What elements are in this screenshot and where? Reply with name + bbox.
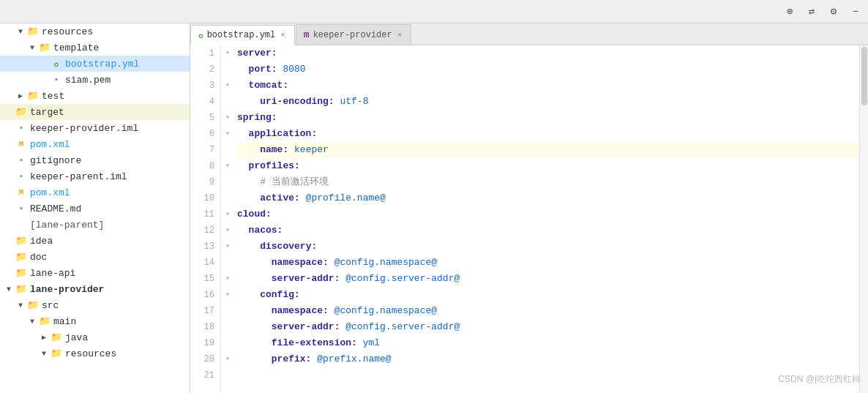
- folder-icon: 📁: [26, 90, 40, 102]
- folder-icon: 📁: [38, 315, 51, 327]
- fold-marker-3[interactable]: ▾: [221, 78, 234, 94]
- tree-label: java: [65, 332, 190, 343]
- tab-label-keeper: keeper-provider: [313, 30, 392, 40]
- folder-icon: 📁: [26, 26, 40, 37]
- main-layout: ▼ 📁 resources ▼ 📁 template ✿ bootstrap.y…: [0, 23, 868, 393]
- tree-item-java[interactable]: ▶ 📁 java: [0, 329, 190, 345]
- folder-icon: 📁: [38, 42, 51, 53]
- gutter-21: [221, 367, 234, 383]
- tree-item-resources-1[interactable]: ▼ 📁 resources: [0, 23, 190, 40]
- tree-item-lane-parent[interactable]: [lane-parent]: [0, 217, 190, 233]
- code-line-10: active: @profile.name@: [237, 190, 859, 206]
- code-line-17: namespace: @config.namespace@: [237, 303, 859, 319]
- bracket-icon: [15, 219, 28, 231]
- tree-item-main[interactable]: ▼ 📁 main: [0, 313, 190, 329]
- xml-icon: M: [15, 138, 28, 150]
- xml-icon: M: [15, 187, 28, 198]
- arrow-resources-1: ▼: [15, 28, 26, 36]
- settings-icon[interactable]: ⚙: [827, 5, 840, 18]
- tree-item-template[interactable]: ▼ 📁 template: [0, 40, 190, 56]
- tree-item-src[interactable]: ▼ 📁 src: [0, 297, 190, 313]
- tree-item-gitignore[interactable]: ▪ gitignore: [0, 152, 190, 168]
- tree-item-keeper-provider-iml[interactable]: ▪ keeper-provider.iml: [0, 120, 190, 136]
- code-line-4: uri-encoding: utf-8: [237, 94, 859, 110]
- tree-label: keeper-provider.iml: [30, 123, 190, 134]
- tree-label: [lane-parent]: [30, 220, 190, 231]
- tab-label-bootstrap: bootstrap.yml: [207, 30, 276, 40]
- tree-item-doc[interactable]: 📁 doc: [0, 249, 190, 265]
- tree-item-keeper-parent-iml[interactable]: ▪ keeper-parent.iml: [0, 168, 190, 184]
- m-tab-icon: m: [304, 29, 310, 40]
- tree-label: pom.xml: [30, 139, 190, 150]
- fold-marker-15[interactable]: ▾: [221, 271, 234, 287]
- arrow-template: ▼: [26, 44, 38, 52]
- code-line-9: # 当前激活环境: [237, 174, 859, 190]
- fold-marker-8[interactable]: ▾: [221, 158, 234, 174]
- tree-item-pom-xml-1[interactable]: M pom.xml: [0, 136, 190, 152]
- tree-item-idea[interactable]: 📁 idea: [0, 233, 190, 249]
- tab-bootstrap-yml[interactable]: ✿ bootstrap.yml ×: [190, 25, 295, 45]
- fold-marker-12[interactable]: ▾: [221, 222, 234, 239]
- tree-label: gitignore: [30, 155, 190, 166]
- folder-icon: 📁: [50, 332, 63, 343]
- minimize-icon[interactable]: −: [849, 5, 862, 18]
- iml-icon: ▪: [15, 171, 28, 182]
- fold-marker-11[interactable]: ▾: [221, 206, 234, 222]
- tree-item-pom-xml-2[interactable]: M pom.xml: [0, 184, 190, 201]
- gutter-14: [221, 255, 234, 271]
- tree-label: src: [42, 300, 190, 311]
- fold-marker-16[interactable]: ▾: [221, 287, 234, 303]
- gutter-17: [221, 303, 234, 319]
- tab-close-bootstrap[interactable]: ×: [279, 30, 287, 40]
- tree-label: target: [30, 107, 190, 118]
- tree-item-test[interactable]: ▶ 📁 test: [0, 88, 190, 104]
- vertical-scrollbar[interactable]: [859, 45, 868, 393]
- tree-item-lane-provider[interactable]: ▼ 📁 lane-provider: [0, 281, 190, 297]
- code-line-1: server:: [237, 45, 859, 61]
- tab-keeper-provider[interactable]: m keeper-provider ×: [296, 24, 411, 45]
- fold-marker-13[interactable]: ▾: [221, 239, 234, 255]
- tree-item-readme-md[interactable]: ▪ README.md: [0, 201, 190, 217]
- git-icon: ▪: [15, 154, 28, 166]
- editor-area: ✿ bootstrap.yml × m keeper-provider × 1 …: [190, 23, 868, 393]
- tree-label: siam.pem: [65, 75, 190, 86]
- fold-gutter: ▾ ▾ ▾ ▾ ▾ ▾ ▾ ▾ ▾ ▾ ▾: [221, 45, 234, 393]
- gutter-7: [221, 142, 234, 158]
- tree-item-bootstrap-yml[interactable]: ✿ bootstrap.yml: [0, 56, 190, 72]
- toolbar: ⊕ ⇄ ⚙ −: [0, 0, 868, 23]
- gutter-9: [221, 174, 234, 190]
- fold-marker-6[interactable]: ▾: [221, 126, 234, 142]
- gutter-10: [221, 190, 234, 206]
- exchange-icon[interactable]: ⇄: [805, 5, 818, 18]
- tree-item-target[interactable]: 📁 target: [0, 104, 190, 120]
- code-line-5: spring:: [237, 110, 859, 126]
- folder-icon: 📁: [15, 106, 28, 118]
- tree-label: bootstrap.yml: [65, 59, 190, 70]
- code-area[interactable]: server: port: 8080 tomcat: uri-encoding:…: [234, 45, 859, 393]
- code-line-20: prefix: @prefix.name@: [237, 351, 859, 367]
- tab-close-keeper[interactable]: ×: [396, 30, 404, 40]
- tree-item-lane-api[interactable]: 📁 lane-api: [0, 265, 190, 281]
- tree-label: lane-api: [30, 268, 190, 279]
- scroll-thumb[interactable]: [861, 47, 867, 105]
- code-line-15: server-addr: @config.server-addr@: [237, 271, 859, 287]
- tree-item-siam-pem[interactable]: ▪ siam.pem: [0, 72, 190, 88]
- tree-label: README.md: [30, 203, 190, 214]
- folder-icon: 📁: [15, 235, 28, 247]
- tree-label: pom.xml: [30, 187, 190, 198]
- folder-icon: 📁: [26, 299, 40, 311]
- md-icon: ▪: [15, 203, 28, 214]
- tree-label: template: [53, 42, 190, 53]
- fold-marker-20[interactable]: ▾: [221, 351, 234, 367]
- globe-icon[interactable]: ⊕: [783, 5, 796, 18]
- tree-item-resources-2[interactable]: ▼ 📁 resources: [0, 345, 190, 362]
- code-line-12: nacos:: [237, 222, 859, 239]
- code-line-18: server-addr: @config.server-addr@: [237, 319, 859, 335]
- yaml-file-icon: ✿: [50, 58, 63, 70]
- fold-marker-5[interactable]: ▾: [221, 110, 234, 126]
- editor-content[interactable]: 1 2 3 4 5 6 7 8 9 10 11 12 13 14 15 16 1…: [190, 45, 868, 393]
- code-line-7: name: keeper: [237, 142, 859, 158]
- code-line-19: file-extension: yml: [237, 335, 859, 351]
- code-line-8: profiles:: [237, 158, 859, 174]
- fold-marker-1[interactable]: ▾: [221, 45, 234, 61]
